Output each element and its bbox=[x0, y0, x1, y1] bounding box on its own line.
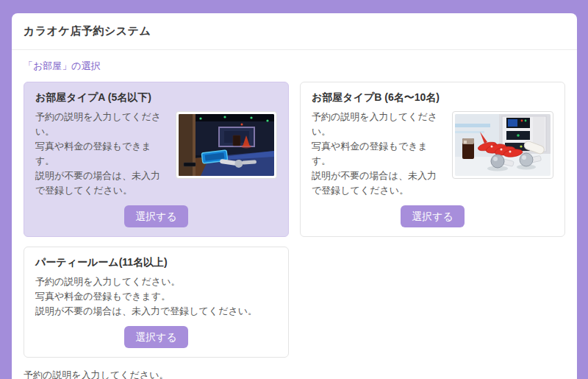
room-cards-row-1: お部屋タイプA (5名以下) bbox=[24, 82, 565, 237]
room-card-party: パーティールーム(11名以上) 予約の説明を入力してください。 写真や料金の登録… bbox=[24, 247, 289, 358]
room-card-type-b: お部屋タイプB (6名〜10名) bbox=[300, 82, 565, 237]
karaoke-mics-photo bbox=[455, 114, 551, 176]
select-room-b-button[interactable]: 選択する bbox=[401, 205, 465, 227]
room-card-title: パーティールーム(11名以上) bbox=[35, 256, 277, 269]
main-panel: カラオケ店予約システム 「お部屋」の選択 お部屋タイプA (5名以下) bbox=[12, 13, 577, 379]
room-selection-heading: 「お部屋」の選択 bbox=[24, 60, 565, 73]
room-cards-row-2: パーティールーム(11名以上) 予約の説明を入力してください。 写真や料金の登録… bbox=[24, 247, 565, 358]
room-card-description: 予約の説明を入力してください。 写真や料金の登録もできます。 説明が不要の場合は… bbox=[35, 274, 277, 319]
button-row: 選択する bbox=[312, 198, 553, 227]
room-card-title: お部屋タイプA (5名以下) bbox=[35, 91, 277, 105]
page-title: カラオケ店予約システム bbox=[24, 24, 151, 38]
karaoke-room-photo bbox=[179, 114, 274, 176]
room-card-type-a: お部屋タイプA (5名以下) bbox=[24, 82, 289, 237]
page-background: { "app": { "title": "カラオケ店予約システム" }, "se… bbox=[0, 0, 588, 379]
reservation-help-note: 予約の説明を入力してください。 写真や料金の登録もできます。 説明が不要の場合は… bbox=[24, 368, 565, 379]
select-party-room-button[interactable]: 選択する bbox=[124, 326, 188, 348]
content-area: 「お部屋」の選択 お部屋タイプA (5名以下) bbox=[12, 50, 577, 379]
room-card-title: お部屋タイプB (6名〜10名) bbox=[312, 91, 553, 105]
app-header: カラオケ店予約システム bbox=[12, 13, 577, 50]
room-a-photo-frame bbox=[176, 111, 277, 179]
button-row: 選択する bbox=[35, 198, 277, 227]
select-room-a-button[interactable]: 選択する bbox=[124, 205, 188, 227]
button-row: 選択する bbox=[35, 319, 277, 348]
room-b-photo-frame bbox=[452, 111, 553, 179]
